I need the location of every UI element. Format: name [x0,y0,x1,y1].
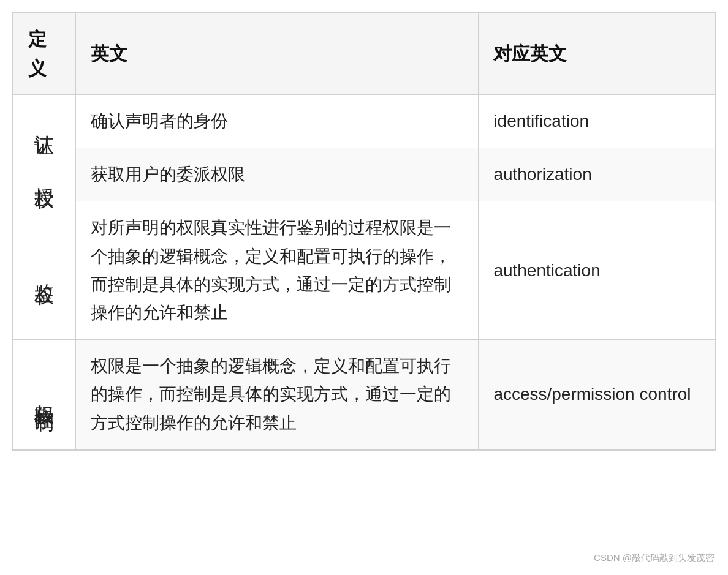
cell-definition: 权限控制 [13,340,76,450]
cell-corresponding-english: authorization [479,148,715,201]
table-header-row: 定义 英文 对应英文 [13,13,715,95]
cell-english: 对所声明的权限真实性进行鉴别的过程权限是一个抽象的逻辑概念，定义和配置可执行的操… [75,201,479,340]
cell-english: 获取用户的委派权限 [75,148,479,201]
cell-english: 确认声明者的身份 [75,95,479,148]
header-definition: 定义 [13,13,76,95]
cell-definition: 认证 [13,95,76,148]
cell-corresponding-english: access/permission control [479,340,715,450]
table-body: 认证确认声明者的身份identification授权获取用户的委派权限autho… [13,95,715,450]
cell-corresponding-english: authentication [479,201,715,340]
header-english: 英文 [75,13,479,95]
cell-definition: 授权 [13,148,76,201]
table-row: 权限控制权限是一个抽象的逻辑概念，定义和配置可执行的操作，而控制是具体的实现方式… [13,340,715,450]
table-row: 认证确认声明者的身份identification [13,95,715,148]
watermark: CSDN @敲代码敲到头发茂密 [594,552,715,564]
cell-definition: 鉴权 [13,201,76,340]
table-row: 鉴权对所声明的权限真实性进行鉴别的过程权限是一个抽象的逻辑概念，定义和配置可执行… [13,201,715,340]
header-corresponding-english: 对应英文 [479,13,715,95]
terminology-table: 定义 英文 对应英文 认证确认声明者的身份identification授权获取用… [13,13,715,450]
main-table-container: 定义 英文 对应英文 认证确认声明者的身份identification授权获取用… [12,12,716,451]
table-row: 授权获取用户的委派权限authorization [13,148,715,201]
cell-english: 权限是一个抽象的逻辑概念，定义和配置可执行的操作，而控制是具体的实现方式，通过一… [75,340,479,450]
cell-corresponding-english: identification [479,95,715,148]
